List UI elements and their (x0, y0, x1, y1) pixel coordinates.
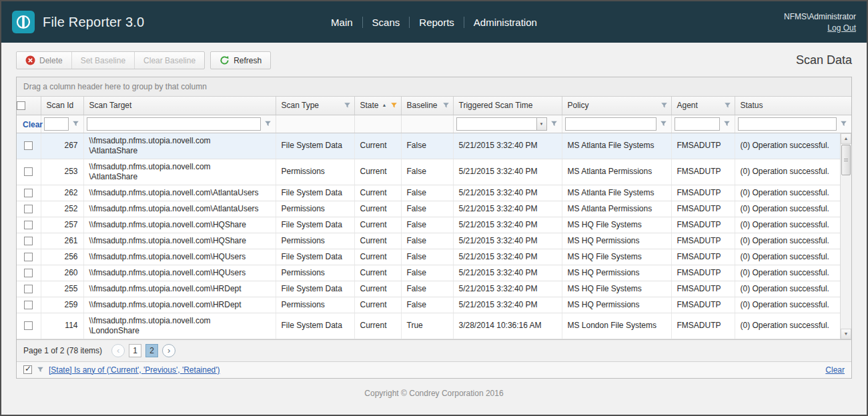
row-checkbox[interactable] (24, 253, 33, 261)
filter-clear-link[interactable]: Clear (19, 120, 43, 129)
row-checkbox[interactable] (24, 205, 33, 213)
cell-baseline: False (401, 297, 453, 313)
row-select-cell (17, 313, 41, 339)
nav-scans[interactable]: Scans (363, 17, 410, 28)
row-checkbox[interactable] (24, 301, 33, 309)
cell-scan-id: 262 (41, 185, 83, 201)
row-checkbox[interactable] (24, 321, 33, 330)
table-row[interactable]: 262\\fmsadutp.nfms.utopia.novell.com\Atl… (17, 185, 840, 201)
table-row[interactable]: 252\\fmsadutp.nfms.utopia.novell.com\Atl… (17, 201, 840, 217)
cell-agent: FMSADUTP (671, 281, 735, 297)
app-window: File Reporter 3.0 Main Scans Reports Adm… (0, 0, 868, 416)
active-filter-link[interactable]: [State] Is any of ('Current', 'Previous'… (49, 365, 220, 375)
clear-baseline-button[interactable]: Clear Baseline (134, 52, 204, 69)
column-header-scan-target[interactable]: Scan Target (83, 97, 276, 115)
column-filter-icon[interactable] (344, 102, 351, 109)
cell-agent: FMSADUTP (671, 313, 735, 339)
policy-filter-icon[interactable] (659, 119, 669, 129)
scan-id-filter-input[interactable] (44, 117, 69, 131)
cell-baseline: False (401, 281, 453, 297)
select-all-checkbox[interactable] (17, 101, 25, 110)
row-checkbox[interactable] (24, 167, 33, 176)
status-filter-input[interactable] (738, 117, 837, 131)
table-row[interactable]: 256\\fmsadutp.nfms.utopia.novell.com\HQU… (17, 249, 840, 265)
set-baseline-label: Set Baseline (81, 56, 125, 65)
column-header-status[interactable]: Status (735, 97, 851, 115)
column-filter-icon[interactable] (661, 102, 668, 109)
cell-triggered-scan-time: 5/21/2015 3:32:40 PM (453, 159, 562, 185)
table-row[interactable]: 253\\fmsadutp.nfms.utopia.novell.com\Atl… (17, 159, 840, 185)
grid-filter-row: Clear (17, 115, 851, 133)
column-filter-icon[interactable] (724, 102, 731, 109)
logout-link[interactable]: Log Out (827, 23, 856, 33)
row-checkbox[interactable] (24, 269, 33, 277)
scroll-down-button[interactable]: ▼ (841, 329, 851, 339)
cell-baseline: False (401, 249, 453, 265)
row-select-cell (17, 217, 41, 233)
column-header-policy[interactable]: Policy (562, 97, 671, 115)
table-row[interactable]: 267\\fmsadutp.nfms.utopia.novell.com\Atl… (17, 133, 840, 159)
refresh-icon (220, 55, 230, 65)
scroll-up-button[interactable]: ▲ (841, 133, 851, 144)
scan-data-grid: Drag a column header here to group by th… (16, 77, 852, 379)
table-row[interactable]: 261\\fmsadutp.nfms.utopia.novell.com\HQS… (17, 233, 840, 249)
scrollbar-thumb[interactable] (841, 145, 851, 175)
vertical-scrollbar[interactable]: ▲ ▼ (840, 133, 851, 339)
column-header-scan-type[interactable]: Scan Type (276, 97, 354, 115)
triggered-scan-time-filter-icon[interactable] (549, 119, 559, 129)
column-label: Triggered Scan Time (459, 101, 533, 110)
agent-filter-icon[interactable] (722, 119, 732, 129)
table-row[interactable]: 260\\fmsadutp.nfms.utopia.novell.com\HQU… (17, 265, 840, 281)
user-box: NFMS\Administrator Log Out (636, 12, 856, 33)
policy-filter-input[interactable] (565, 117, 657, 131)
cell-status: (0) Operation successful. (735, 201, 840, 217)
group-panel[interactable]: Drag a column header here to group by th… (17, 77, 851, 97)
cell-scan-target: \\fmsadutp.nfms.utopia.novell.com\HQUser… (83, 249, 276, 265)
refresh-button[interactable]: Refresh (210, 51, 271, 69)
grid-rows-table: 267\\fmsadutp.nfms.utopia.novell.com\Atl… (17, 133, 840, 339)
table-row[interactable]: 259\\fmsadutp.nfms.utopia.novell.com\HRD… (17, 297, 840, 313)
set-baseline-button[interactable]: Set Baseline (71, 52, 134, 69)
dropdown-arrow-icon[interactable]: ▼ (536, 117, 547, 131)
column-header-baseline[interactable]: Baseline (401, 97, 453, 115)
column-header-state[interactable]: State▲ (354, 97, 401, 115)
pager-next-button[interactable]: › (162, 344, 175, 357)
row-checkbox[interactable] (24, 221, 33, 229)
pager-prev-button[interactable]: ‹ (111, 344, 125, 357)
pager-page-button-2[interactable]: 2 (145, 344, 158, 357)
row-checkbox[interactable] (24, 237, 33, 245)
cell-status: (0) Operation successful. (735, 249, 840, 265)
nav-main[interactable]: Main (322, 17, 362, 28)
cell-status: (0) Operation successful. (735, 297, 840, 313)
cell-status: (0) Operation successful. (735, 217, 840, 233)
row-checkbox[interactable] (24, 141, 33, 150)
row-checkbox[interactable] (24, 189, 33, 197)
column-header-agent[interactable]: Agent (671, 97, 735, 115)
filter-bar-clear-link[interactable]: Clear (825, 365, 845, 375)
column-header-scan-id[interactable]: Scan Id (41, 97, 83, 115)
column-header-triggered-scan-time[interactable]: Triggered Scan Time (453, 97, 562, 115)
table-row[interactable]: 255\\fmsadutp.nfms.utopia.novell.com\HRD… (17, 281, 840, 297)
table-row[interactable]: 114\\fmsadutp.nfms.utopia.novell.com\Lon… (17, 313, 840, 339)
column-filter-icon[interactable] (390, 102, 398, 109)
column-filter-icon[interactable] (442, 102, 450, 109)
scan-id-filter-icon[interactable] (71, 119, 81, 129)
nav-reports[interactable]: Reports (410, 17, 464, 28)
user-name: NFMS\Administrator (784, 12, 856, 21)
column-label: Agent (677, 101, 698, 110)
row-checkbox[interactable] (24, 285, 33, 293)
scrollbar-track[interactable] (841, 176, 851, 329)
delete-button[interactable]: Delete (17, 52, 71, 69)
cell-state: Current (354, 297, 401, 313)
scan-target-filter-icon[interactable] (263, 119, 273, 129)
pager-page-button-1[interactable]: 1 (129, 344, 141, 357)
status-filter-icon[interactable] (839, 119, 849, 129)
agent-filter-input[interactable] (675, 117, 720, 131)
triggered-scan-time-filter-input[interactable] (456, 117, 536, 131)
filter-icon (37, 366, 44, 373)
scan-target-filter-input[interactable] (87, 117, 261, 131)
cell-baseline: False (401, 217, 453, 233)
nav-administration[interactable]: Administration (464, 17, 546, 28)
filter-enabled-checkbox[interactable] (23, 365, 32, 374)
table-row[interactable]: 257\\fmsadutp.nfms.utopia.novell.com\HQS… (17, 217, 840, 233)
